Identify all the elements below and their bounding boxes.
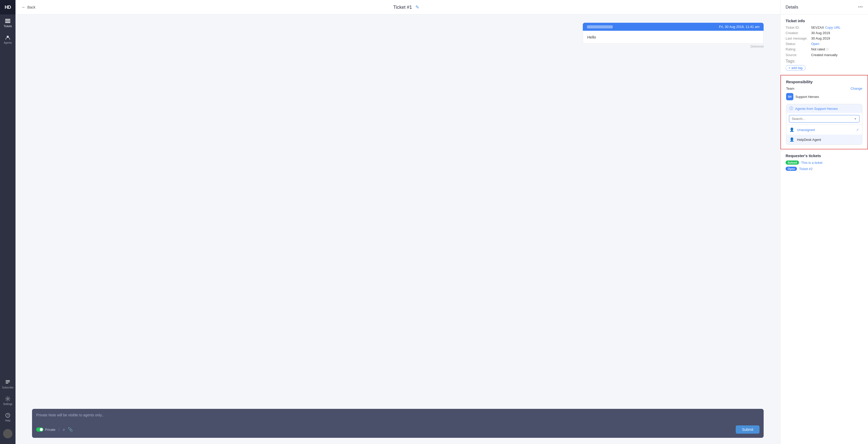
info-circle-icon: ⓘ [826, 48, 829, 52]
compose-footer: Private | # 📎 Submit [36, 425, 760, 434]
compose-placeholder[interactable]: Private Note will be visible to agents o… [36, 413, 760, 417]
panel-title: Details [785, 5, 798, 9]
responsibility-section: Responsibility Team Change SH Support He… [780, 75, 868, 149]
svg-rect-4 [6, 380, 10, 381]
submit-button[interactable]: Submit [736, 425, 760, 434]
more-options-icon[interactable]: ••• [858, 4, 863, 10]
ticket-title: Ticket #1 ✎ [38, 4, 774, 10]
ticket-title-text: Ticket #1 [393, 5, 412, 10]
svg-rect-2 [5, 22, 10, 23]
sidebar-item-avatar[interactable] [0, 425, 16, 442]
team-row: Team Change [786, 87, 862, 90]
tickets-icon [4, 18, 11, 24]
attach-icon[interactable]: 📎 [68, 427, 73, 432]
back-button[interactable]: ← Back [22, 5, 35, 9]
private-toggle[interactable]: Private [36, 427, 55, 432]
sidebar-bottom: Subscribe Settings ? Help [0, 376, 16, 444]
app-logo: HD [0, 0, 16, 14]
ticket-id-row: Ticket ID: 5EVZAX Copy URL [785, 26, 863, 29]
settings-icon [4, 396, 11, 402]
created-row: Created: 30 Aug 2019 [785, 31, 863, 35]
ticket-link-2[interactable]: Ticket #2 [799, 167, 812, 171]
last-message-row: Last message: 30 Aug 2019 [785, 36, 863, 40]
source-row: Source: Created manually [785, 53, 863, 57]
last-message-label: Last message: [785, 36, 810, 40]
status-label: Status: [785, 42, 810, 46]
team-label: Team [786, 87, 795, 90]
status-value: Open [811, 42, 819, 46]
source-label: Source: [785, 53, 810, 57]
sidebar-item-help[interactable]: ? Help [0, 409, 16, 425]
hash-icon[interactable]: # [63, 427, 65, 432]
back-arrow-icon: ← [22, 5, 26, 9]
help-icon: ? [4, 412, 11, 418]
svg-rect-0 [5, 19, 10, 20]
delivery-status: Delivered [583, 45, 764, 48]
svg-text:?: ? [7, 414, 9, 417]
sidebar-label-tickets: Tickets [4, 25, 11, 28]
rating-row: Rating: Not rated ⓘ [785, 47, 863, 52]
created-value: 30 Aug 2019 [811, 31, 830, 35]
team-avatar: SH [786, 93, 793, 100]
sidebar-item-subscribe[interactable]: Subscribe [0, 376, 16, 392]
sender-name-blur [587, 25, 613, 28]
message-header: Fri, 30 Aug 2019, 11:41 am [583, 23, 764, 31]
source-value: Created manually [811, 53, 838, 57]
search-chevron-icon: ▼ [854, 117, 857, 121]
main-area: ← Back Ticket #1 ✎ Fri, 30 Aug 2019, 11:… [16, 0, 780, 444]
unassigned-label: Unassigned [797, 128, 854, 132]
rating-label: Rating: [785, 47, 810, 51]
helpdesk-agent-label: HelpDesk Agent [797, 138, 859, 142]
sidebar-item-tickets[interactable]: Tickets [0, 14, 16, 31]
last-message-value: 30 Aug 2019 [811, 36, 830, 40]
add-tag-button[interactable]: + add tag [785, 65, 805, 70]
message-text: Hello [587, 35, 596, 39]
panel-topbar: Details ••• [780, 0, 868, 14]
rating-value: Not rated [811, 47, 825, 51]
sidebar-item-settings[interactable]: Settings [0, 392, 16, 409]
toggle-switch[interactable] [36, 427, 43, 432]
compose-area: Private Note will be visible to agents o… [32, 409, 764, 438]
svg-rect-1 [5, 21, 10, 22]
edit-icon[interactable]: ✎ [415, 5, 419, 10]
subscribe-icon [4, 379, 11, 385]
ticket-id-label: Ticket ID: [785, 26, 810, 29]
sidebar-label-settings: Settings [3, 403, 12, 406]
ticket-link-1[interactable]: This is a ticket [801, 161, 822, 165]
chat-area[interactable]: Fri, 30 Aug 2019, 11:41 am Hello Deliver… [16, 14, 780, 409]
ticket-info-title: Ticket info [785, 19, 863, 23]
right-panel: Details ••• Ticket info Ticket ID: 5EVZA… [780, 0, 868, 444]
sidebar-item-agents[interactable]: Agents [0, 31, 16, 48]
sidebar-label-subscribe: Subscribe [2, 386, 13, 389]
sidebar-label-agents: Agents [4, 41, 11, 44]
divider: | [58, 427, 59, 432]
svg-rect-6 [6, 383, 8, 384]
agent-dropdown[interactable]: ⓘ Agents from Support Heroes ▼ 👤 Unassig… [786, 104, 862, 145]
selected-check-icon: ✓ [857, 128, 859, 131]
agent-dropdown-header: ⓘ Agents from Support Heroes [786, 104, 862, 113]
ticket-info-section: Ticket info Ticket ID: 5EVZAX Copy URL C… [780, 14, 868, 75]
team-name: Support Heroes [796, 95, 819, 99]
tags-label: Tags: [785, 59, 863, 64]
dropdown-info-icon: ⓘ [789, 106, 793, 111]
dropdown-header-label: Agents from Support Heroes [795, 107, 838, 111]
svg-rect-5 [6, 381, 10, 382]
message-bubble: Fri, 30 Aug 2019, 11:41 am Hello Deliver… [32, 23, 764, 48]
svg-point-7 [7, 398, 8, 399]
agent-search-input[interactable] [789, 115, 860, 122]
ticket-id-value: 5EVZAX [811, 26, 824, 29]
agent-option-unassigned[interactable]: 👤 Unassigned ✓ [786, 125, 862, 135]
status-row: Status: Open [785, 42, 863, 46]
created-label: Created: [785, 31, 810, 35]
agent-option-helpdesk[interactable]: 👤 HelpDesk Agent [786, 135, 862, 145]
message-time: Fri, 30 Aug 2019, 11:41 am [719, 25, 760, 29]
sidebar-label-help: Help [5, 419, 10, 422]
user-avatar [3, 429, 12, 438]
compose-left-controls: Private | # 📎 [36, 427, 73, 432]
copy-url-link[interactable]: Copy URL [825, 26, 841, 29]
topbar: ← Back Ticket #1 ✎ [16, 0, 780, 14]
requester-tickets-title: Requester's tickets [785, 153, 863, 158]
requester-ticket-1: Solved This is a ticket [785, 160, 863, 165]
team-change-link[interactable]: Change [850, 87, 862, 90]
responsibility-title: Responsibility [786, 80, 862, 84]
